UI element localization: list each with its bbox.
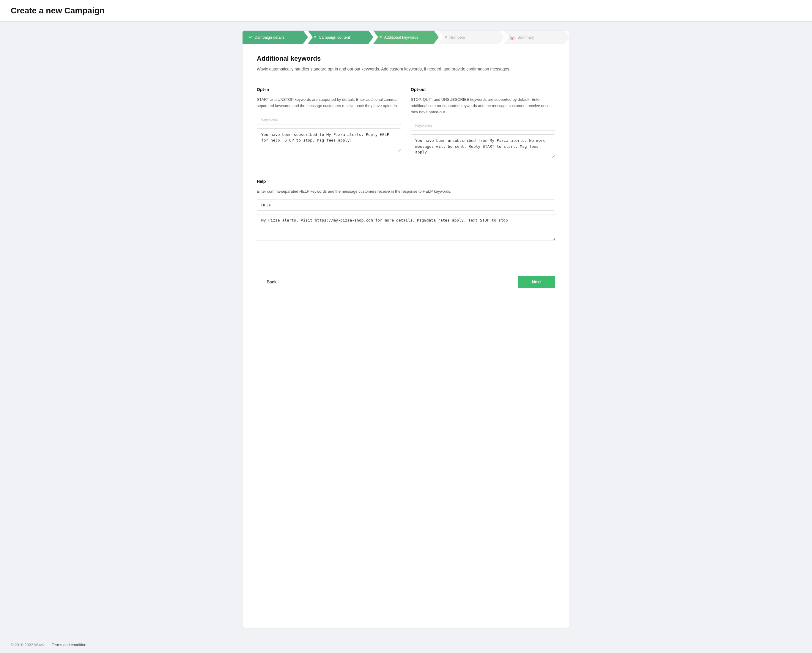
section-title: Additional keywords — [257, 55, 555, 63]
step-summary[interactable]: 📊 Summary — [504, 31, 569, 44]
step-label-numbers: Numbers — [449, 35, 465, 40]
help-keywords-input[interactable] — [257, 200, 555, 211]
step-label-campaign-details: Campaign details — [255, 35, 284, 40]
page-header: Create a new Campaign — [0, 0, 812, 22]
step-list-icon: ≡ — [314, 35, 316, 40]
footer-copyright: © 2018-2022 Wavix — [11, 642, 44, 647]
page-footer: © 2018-2022 Wavix Terms and condition — [0, 637, 812, 653]
optout-description: STOP, QUIT, and UNSUBSCRIBE keywords are… — [411, 96, 555, 115]
optin-section: Opt-in START and UNSTOP keywords are sup… — [257, 82, 401, 163]
back-button[interactable]: Back — [257, 276, 286, 288]
card-body: Additional keywords Wavix automatically … — [243, 44, 569, 267]
section-description: Wavix automatically handles standard opt… — [257, 66, 555, 72]
optout-confirmation-textarea[interactable] — [411, 135, 555, 158]
card-footer: Back Next — [243, 267, 569, 297]
optout-section: Opt-out STOP, QUIT, and UNSUBSCRIBE keyw… — [411, 82, 555, 163]
step-lines-icon: ≡ — [379, 35, 382, 40]
page-title: Create a new Campaign — [11, 6, 801, 15]
step-label-summary: Summary — [517, 35, 534, 40]
main-content: ↩ Campaign details ≡ Campaign content ≡ … — [0, 22, 812, 637]
optin-optout-columns: Opt-in START and UNSTOP keywords are sup… — [257, 82, 555, 163]
step-label-additional-keywords: Additional keywords — [384, 35, 418, 40]
optin-description: START and UNSTOP keywords are supported … — [257, 96, 401, 109]
campaign-card: ↩ Campaign details ≡ Campaign content ≡ … — [243, 31, 569, 628]
step-campaign-content[interactable]: ≡ Campaign content — [308, 31, 373, 44]
optin-title: Opt-in — [257, 87, 401, 92]
optin-keywords-input[interactable] — [257, 114, 401, 125]
help-confirmation-textarea[interactable] — [257, 214, 555, 241]
step-campaign-details[interactable]: ↩ Campaign details — [243, 31, 308, 44]
optin-confirmation-textarea[interactable] — [257, 128, 401, 152]
step-back-icon: ↩ — [249, 35, 252, 40]
step-numbers[interactable]: # Numbers — [439, 31, 504, 44]
step-hash-icon: # — [445, 35, 447, 40]
footer-terms-link[interactable]: Terms and condition — [52, 642, 86, 647]
optout-title: Opt-out — [411, 87, 555, 92]
help-title: Help — [257, 179, 555, 184]
help-description: Enter comma-separated HELP keywords and … — [257, 188, 555, 195]
step-additional-keywords[interactable]: ≡ Additional keywords — [373, 31, 439, 44]
optout-keywords-input[interactable] — [411, 120, 555, 131]
next-button[interactable]: Next — [518, 276, 555, 288]
stepper: ↩ Campaign details ≡ Campaign content ≡ … — [243, 31, 569, 44]
step-label-campaign-content: Campaign content — [319, 35, 350, 40]
step-chart-icon: 📊 — [510, 35, 515, 40]
help-section: Help Enter comma-separated HELP keywords… — [257, 174, 555, 246]
